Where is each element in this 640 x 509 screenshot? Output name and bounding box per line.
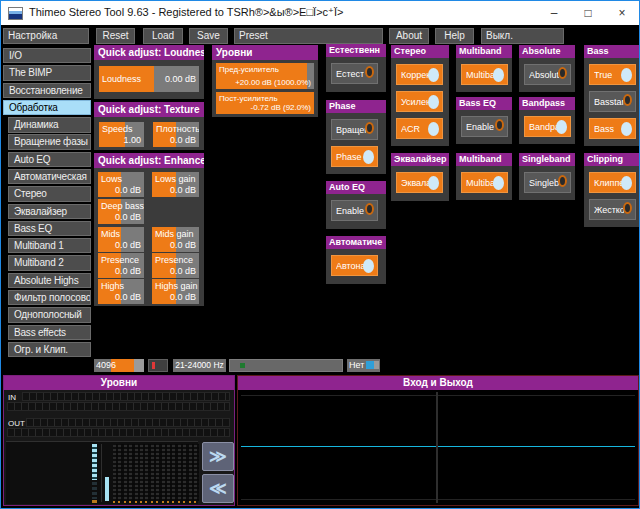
deep-bass-slider[interactable]: Deep bass 0.0 dB: [98, 199, 144, 224]
mids-slider[interactable]: Mids 0.0 dB: [98, 227, 144, 252]
highs-gain-slider[interactable]: Highs gain 0.0 dB: [152, 279, 199, 304]
auto-eq-enable-toggle[interactable]: Enable: [331, 200, 378, 221]
sidebar-item-bass-eq[interactable]: Bass EQ: [8, 221, 91, 236]
sidebar-item-multiband2[interactable]: Multiband 2: [8, 255, 91, 270]
automatic-toggle[interactable]: Автона: [331, 255, 378, 276]
equalizer-toggle[interactable]: Эквала: [396, 172, 443, 193]
slider-label: Пост-усилитель: [219, 94, 278, 103]
lows-gain-slider[interactable]: Lows gain 0.0 dB: [152, 172, 199, 197]
sidebar-item-auto-eq[interactable]: Auto EQ: [8, 152, 91, 167]
basstar-toggle[interactable]: Basstar: [589, 91, 636, 112]
in-meter-right: [7, 402, 230, 411]
panel-title: Автоматиче: [326, 236, 386, 249]
slider-value: 0.0 dB: [170, 185, 196, 195]
toggle-label: ACR: [401, 124, 420, 134]
sidebar-item-dynamics[interactable]: Динамика: [8, 117, 91, 132]
expand-meters-button[interactable]: ≫: [202, 442, 234, 471]
toggle-label: Клиппе: [594, 178, 624, 188]
panel-title: Phase: [326, 100, 386, 113]
sidebar-item-io[interactable]: I/O: [3, 48, 91, 63]
acr-toggle[interactable]: ACR: [396, 118, 443, 139]
network-toggle-track: [374, 361, 379, 369]
cpu-meter: [148, 359, 168, 372]
sidebar-item-bandpass-filter[interactable]: Фильтр полосовой: [8, 290, 91, 305]
toggle-label: Bandpa: [529, 122, 559, 132]
stereo-boost-toggle[interactable]: Усилен: [396, 91, 443, 112]
off-button[interactable]: Выкл.: [481, 28, 564, 44]
sidebar-item-phase-rotation[interactable]: Вращение фазы: [8, 134, 91, 149]
network-toggle[interactable]: Нет: [347, 359, 380, 372]
nav-settings-button[interactable]: Настройка: [3, 28, 89, 44]
slider-label: Deep bass: [101, 201, 144, 211]
panel-clipping: Clipping Клиппе Жестко: [584, 153, 639, 227]
collapse-meters-button[interactable]: ≪: [202, 474, 234, 503]
panel-multiband-top: Multiband Multiban: [456, 45, 512, 92]
mids-gain-slider[interactable]: Mids gain 0.0 dB: [152, 227, 199, 252]
out-meter-right: [7, 428, 230, 437]
sidebar-item-automatic[interactable]: Автоматическая: [8, 169, 91, 184]
sidebar-item-restore[interactable]: Восстановление: [3, 83, 91, 98]
singleband-toggle[interactable]: Singleba: [524, 172, 571, 193]
presence-gain-slider[interactable]: Presence 0.0 dB: [152, 253, 199, 278]
slider-label: Плотность: [156, 124, 199, 134]
natural-toggle[interactable]: Естест: [331, 63, 378, 84]
presence-slider[interactable]: Presence 0.0 dB: [98, 253, 144, 278]
loudness-slider[interactable]: Loudness 0.00 dB: [99, 66, 199, 92]
toggle-label: Basstar: [594, 97, 624, 107]
sidebar-item-equalizer[interactable]: Эквалайзер: [8, 204, 91, 219]
toggle-knob-icon: [428, 95, 439, 109]
close-button[interactable]: ×: [605, 1, 639, 25]
toggle-label: Автона: [336, 261, 366, 271]
toggle-label: Усилен: [401, 97, 431, 107]
absolute-toggle[interactable]: Absolut: [524, 64, 571, 85]
slider-value: 0.0 dB: [115, 212, 141, 222]
save-button[interactable]: Save: [189, 28, 228, 44]
toggle-knob-icon: [493, 68, 504, 82]
pre-amp-slider[interactable]: Пред-усилитель +20.00 dB (1000.0%): [216, 63, 314, 89]
multiband-toggle[interactable]: Multiban: [461, 64, 508, 85]
bandpass-toggle[interactable]: Bandpa: [524, 116, 571, 137]
speeds-slider[interactable]: Speeds 1.00: [99, 122, 144, 147]
slider-label: Mids gain: [155, 229, 194, 239]
toggle-knob-icon: [365, 66, 374, 78]
help-button[interactable]: Help: [435, 28, 474, 44]
panel-title: Bass EQ: [456, 97, 512, 110]
post-amp-slider[interactable]: Пост-усилитель -0.72 dB (92.0%): [216, 92, 314, 114]
sidebar-item-limit-clip[interactable]: Огр. и Клип.: [8, 342, 91, 357]
phase-rotation-toggle[interactable]: Вращен: [331, 119, 378, 140]
sidebar-item-absolute-highs[interactable]: Absolute Highs: [8, 273, 91, 288]
density-slider[interactable]: Плотность 0.0 dB: [153, 122, 199, 147]
highs-slider[interactable]: Highs 0.0 dB: [98, 279, 144, 304]
sidebar-item-bass-effects[interactable]: Bass effects: [8, 325, 91, 340]
cpu-meter-bar: [152, 362, 155, 369]
levels-meter-panel: Уровни IN OUT ≫ ≪: [3, 375, 235, 506]
about-button[interactable]: About: [389, 28, 429, 44]
sidebar-item-bimp[interactable]: The BIMP: [3, 65, 91, 80]
spectrum-inactive-segments: [92, 482, 97, 499]
sidebar-item-stereo[interactable]: Стерео: [8, 186, 91, 201]
clipper-toggle[interactable]: Клиппе: [589, 172, 636, 193]
spectrum-level-bar: [105, 477, 109, 501]
panel-quick-enhance: Quick adjust: Enhance Lows 0.0 dB Lows g…: [94, 153, 204, 306]
phase-toggle[interactable]: Phase: [331, 146, 378, 167]
sidebar-item-processing[interactable]: Обработка: [3, 100, 91, 115]
sidebar-item-singleband[interactable]: Однополосный: [8, 307, 91, 322]
maximize-button[interactable]: □: [571, 1, 605, 25]
stereo-correction-toggle[interactable]: Коррек: [396, 64, 443, 85]
bass-toggle[interactable]: Bass: [589, 118, 636, 139]
hard-clip-toggle[interactable]: Жестко: [589, 199, 636, 220]
toggle-label: Вращен: [336, 125, 366, 135]
buffer-size-slider[interactable]: 4096: [94, 359, 144, 372]
preset-button[interactable]: Preset: [234, 28, 383, 44]
bass-eq-enable-toggle[interactable]: Enable: [461, 116, 508, 137]
toggle-knob-icon: [493, 176, 504, 190]
multiband2-toggle[interactable]: Multiban: [461, 172, 508, 193]
slider-label: Пред-усилитель: [219, 65, 279, 74]
lows-slider[interactable]: Lows 0.0 dB: [98, 172, 144, 197]
reset-button[interactable]: Reset: [96, 28, 135, 44]
sidebar-item-multiband1[interactable]: Multiband 1: [8, 238, 91, 253]
load-button[interactable]: Load: [143, 28, 183, 44]
true-bass-toggle[interactable]: True: [589, 64, 636, 85]
panel-quick-texture: Quick adjust: Texture Speeds 1.00 Плотно…: [94, 102, 204, 150]
minimize-button[interactable]: –: [537, 1, 571, 25]
